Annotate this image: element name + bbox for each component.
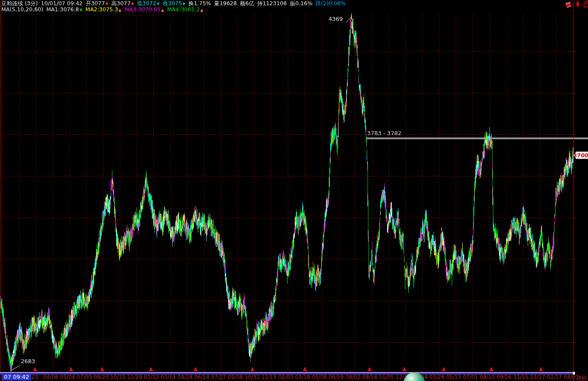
quote-field: 额6亿 xyxy=(240,0,254,7)
download-arrow-icon[interactable] xyxy=(575,1,581,9)
x-axis-date-label: 09/26 xyxy=(496,374,512,380)
x-axis-date-label: 11/05 xyxy=(379,374,394,380)
delivery-marker-icon xyxy=(442,367,446,371)
crosshair-time-tag: 07 09:42 xyxy=(2,373,31,381)
price-range-annotation: 3783 - 3782 xyxy=(367,130,401,136)
x-axis-date-label: 06/19 xyxy=(328,374,344,380)
x-axis-date-label: 12/27 xyxy=(530,374,545,380)
x-axis-date-label: 02/17 xyxy=(547,374,562,380)
x-axis-date-label: 08/02 xyxy=(345,374,361,380)
x-axis-date-label: 10/31 xyxy=(245,374,260,380)
x-axis-date-label: 09/14 xyxy=(362,374,378,380)
x-axis-date-label: 07/01 xyxy=(463,374,478,380)
candlestick-chart-canvas[interactable] xyxy=(0,0,588,381)
x-axis-date-label: 12/13 xyxy=(262,374,277,380)
trend-arrow-icon: ▼ xyxy=(105,2,108,6)
chip-icon[interactable] xyxy=(564,1,573,10)
delivery-marker-icon xyxy=(539,367,543,371)
x-axis-date-label: 03/14 xyxy=(161,374,176,380)
overlapping-windows-icon[interactable] xyxy=(584,1,588,10)
trend-arrow-icon: ▲ xyxy=(118,8,122,12)
toolbar-icons xyxy=(564,1,588,10)
period-label: 3分 xyxy=(578,374,587,381)
x-axis-date-label: 07/27 xyxy=(211,374,226,380)
delivery-marker-icon xyxy=(194,367,198,371)
delivery-marker-icon xyxy=(101,367,105,371)
x-axis-date-label: 04/01 xyxy=(564,374,579,380)
delivery-marker-icon xyxy=(69,367,73,371)
trading-chart-window: 豆粕连续 (3分)10/01/07 09:42开3077▼高3077▼低3072… xyxy=(0,0,588,381)
x-axis-date-label: 04/08 xyxy=(43,374,58,380)
x-axis-date-label: 11/15 xyxy=(513,374,529,380)
scrollbar-end-cap xyxy=(573,372,575,374)
horizontal-scrollbar[interactable] xyxy=(0,372,573,374)
ma-field: MA4:3065.2▲ xyxy=(167,7,203,13)
trend-arrow-icon: ▼ xyxy=(79,8,82,12)
x-axis-date-label: 08/13 xyxy=(480,374,495,380)
quote-field: 振0.16% xyxy=(290,0,312,7)
high-annotation: 4369 xyxy=(328,16,343,22)
trend-arrow-icon: ▼ xyxy=(157,2,160,6)
x-axis-date-label: 05/15 xyxy=(446,374,461,380)
ma-field: MA(5,10,20,60) xyxy=(1,7,43,13)
delivery-marker-icon xyxy=(368,367,372,371)
trend-arrow-icon: ▼ xyxy=(182,2,185,6)
x-axis-date-label: 05/08 xyxy=(312,374,327,380)
last-price-tag: 3700 xyxy=(574,152,588,159)
trend-arrow-icon: ▲ xyxy=(161,8,164,12)
x-axis-date-label: 02/03 xyxy=(278,374,293,380)
x-axis-date-label: 11/29 xyxy=(127,374,142,380)
quote-field: 量19628 xyxy=(214,0,237,7)
trend-arrow-icon: ▼ xyxy=(131,2,134,6)
x-axis-date-label: 09/08 xyxy=(228,374,243,380)
x-axis-date-label: 10/15 xyxy=(110,374,125,380)
ma-field: MA1:3076.8▼ xyxy=(46,7,82,13)
delivery-marker-icon xyxy=(251,367,255,371)
x-axis-date-label: 07/09 xyxy=(77,374,92,380)
low-annotation: 2683 xyxy=(21,358,35,364)
ma-field: MA2:3075.3▲ xyxy=(85,7,122,13)
x-axis-date-label: 01/12 xyxy=(144,374,159,380)
x-axis-date-label: 06/14 xyxy=(194,374,210,380)
quote-field: 跌(2)0.06% xyxy=(315,0,346,7)
ma-field: MA3:3070.65▲ xyxy=(125,7,164,13)
trend-arrow-icon: ▲ xyxy=(200,8,203,12)
ma-header-row: MA(5,10,20,60)MA1:3076.8▼MA2:3075.3▲MA3:… xyxy=(1,7,206,13)
delivery-marker-icon xyxy=(149,367,153,371)
x-axis-date-label: 04/28 xyxy=(177,374,193,380)
delivery-marker-icon xyxy=(490,367,494,371)
delivery-marker-icon xyxy=(403,367,407,371)
x-axis-date-label: 08/23 xyxy=(94,374,109,380)
delivery-marker-icon xyxy=(33,367,37,371)
delivery-marker-icon xyxy=(303,367,307,371)
x-axis-date-label: 03/19 xyxy=(295,374,310,380)
x-axis-date-label: 05/24 xyxy=(60,374,75,380)
quote-field: 持1123106 xyxy=(257,0,287,7)
x-axis-date-label: 03/26 xyxy=(430,374,445,380)
